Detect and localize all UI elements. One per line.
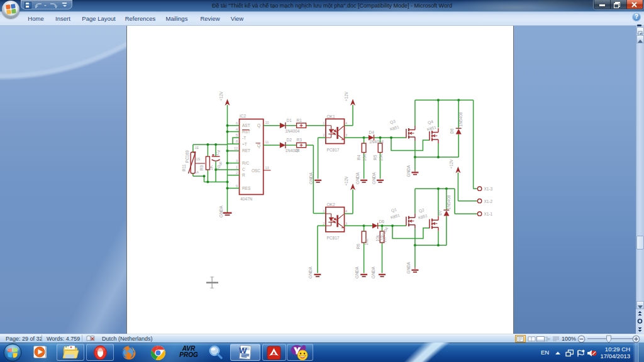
svg-text:Q: Q <box>257 123 260 128</box>
svg-text:AST: AST <box>242 123 250 128</box>
svg-text:GNDA: GNDA <box>406 165 411 177</box>
svg-text:OK1: OK1 <box>327 114 335 119</box>
svg-text:GNDA: GNDA <box>355 172 360 184</box>
svg-text:4: 4 <box>345 209 347 213</box>
svg-text:10K: 10K <box>379 153 383 161</box>
svg-text:1A: 1A <box>195 170 199 174</box>
svg-text:1N4004: 1N4004 <box>286 129 300 133</box>
svg-text:D2: D2 <box>287 138 292 142</box>
svg-text:R11: R11 <box>182 164 186 172</box>
svg-text:GNDA: GNDA <box>355 266 359 278</box>
svg-text:GNDA: GNDA <box>372 172 376 184</box>
svg-text:12: 12 <box>234 146 238 150</box>
svg-text:OSC: OSC <box>252 168 260 173</box>
svg-text:GNDA: GNDA <box>308 266 313 278</box>
svg-text:C: C <box>242 167 245 172</box>
svg-text:R9: R9 <box>199 165 204 170</box>
svg-text:1N4004: 1N4004 <box>369 140 384 144</box>
svg-text:+12V: +12V <box>344 176 348 186</box>
svg-text:13: 13 <box>265 166 269 170</box>
svg-text:1K: 1K <box>209 165 213 170</box>
svg-text:RET: RET <box>242 148 250 153</box>
svg-text:K851: K851 <box>426 125 437 132</box>
svg-text:Q3: Q3 <box>389 119 396 125</box>
svg-text:10uF: 10uF <box>215 160 223 170</box>
svg-text:R1: R1 <box>297 118 303 123</box>
svg-text:1: 1 <box>323 209 325 213</box>
svg-text:Q4: Q4 <box>427 119 434 125</box>
svg-text:2: 2 <box>323 133 325 137</box>
svg-text:1E: 1E <box>195 146 199 150</box>
svg-text:-T: -T <box>242 136 246 140</box>
svg-text:6: 6 <box>236 121 238 125</box>
svg-text:X1-2: X1-2 <box>484 199 493 204</box>
svg-text:X1-3: X1-3 <box>484 187 493 191</box>
svg-text:8: 8 <box>236 140 238 143</box>
svg-text:3: 3 <box>236 159 238 163</box>
svg-text:11: 11 <box>265 140 269 144</box>
svg-text:1: 1 <box>323 121 325 125</box>
svg-text:K851: K851 <box>389 124 400 131</box>
svg-text:RES: RES <box>242 186 251 190</box>
svg-text:1N5408: 1N5408 <box>458 112 463 126</box>
svg-text:+12V: +12V <box>344 91 348 101</box>
svg-text:K851: K851 <box>390 213 401 220</box>
svg-text:+12V: +12V <box>219 91 223 101</box>
svg-text:PC817: PC817 <box>327 236 340 240</box>
svg-text:5: 5 <box>236 133 238 137</box>
svg-text:2: 2 <box>236 171 238 175</box>
svg-text:D4: D4 <box>369 130 375 134</box>
svg-text:PC169: PC169 <box>185 150 189 163</box>
svg-text:9: 9 <box>236 184 238 188</box>
svg-text:R: R <box>242 173 245 177</box>
svg-text:IC2: IC2 <box>240 114 247 118</box>
svg-text:R/C: R/C <box>242 161 250 165</box>
svg-text:Q: Q <box>257 143 260 148</box>
svg-text:4: 4 <box>345 121 347 125</box>
svg-text:D1: D1 <box>287 118 292 123</box>
svg-text:OK2: OK2 <box>327 202 335 207</box>
svg-text:D8: D8 <box>450 128 454 134</box>
svg-text:GNDA: GNDA <box>371 266 375 278</box>
svg-text:10K: 10K <box>362 153 367 161</box>
svg-text:2: 2 <box>323 222 325 226</box>
svg-text:GNDA: GNDA <box>219 205 223 217</box>
svg-text:1S: 1S <box>196 157 201 161</box>
svg-text:R3: R3 <box>297 138 303 142</box>
svg-text:10: 10 <box>265 121 269 124</box>
svg-text:3: 3 <box>345 133 347 137</box>
svg-text:W: W <box>238 346 247 356</box>
svg-text:4047N: 4047N <box>240 197 252 201</box>
svg-text:Q2: Q2 <box>418 207 425 214</box>
svg-text:10k: 10k <box>364 238 369 245</box>
svg-text:R5: R5 <box>373 155 377 160</box>
svg-text:4: 4 <box>236 128 238 131</box>
svg-text:1N5408: 1N5408 <box>447 195 451 209</box>
svg-text:R6: R6 <box>356 243 360 249</box>
svg-text:10k: 10k <box>375 234 380 241</box>
svg-text:3: 3 <box>345 222 347 226</box>
svg-text:X1-1: X1-1 <box>484 212 493 216</box>
svg-text:PC817: PC817 <box>327 148 340 152</box>
svg-text:D6: D6 <box>379 219 385 224</box>
svg-text:+T: +T <box>242 142 247 146</box>
svg-text:GNDA: GNDA <box>309 172 313 184</box>
svg-text:Q1: Q1 <box>391 207 397 213</box>
svg-text:1: 1 <box>236 165 238 169</box>
svg-text:R4: R4 <box>357 155 361 160</box>
svg-text:+12V: +12V <box>449 159 453 169</box>
svg-text:D7: D7 <box>438 210 442 216</box>
svg-text:R7: R7 <box>382 236 387 242</box>
svg-text:GNDA: GNDA <box>406 261 411 273</box>
svg-text:K851: K851 <box>418 213 428 220</box>
